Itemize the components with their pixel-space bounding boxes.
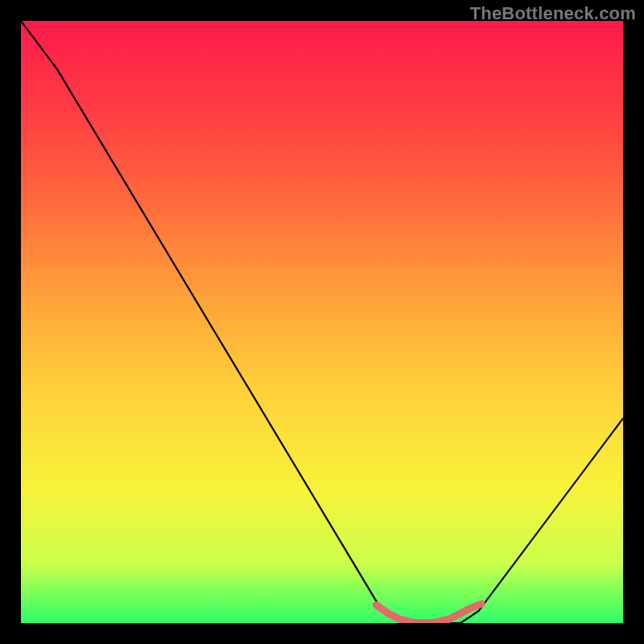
watermark-text: TheBottleneck.com: [470, 3, 636, 24]
gradient-background: [21, 21, 623, 623]
chart-frame: [21, 21, 623, 623]
bottleneck-chart: [21, 21, 623, 623]
